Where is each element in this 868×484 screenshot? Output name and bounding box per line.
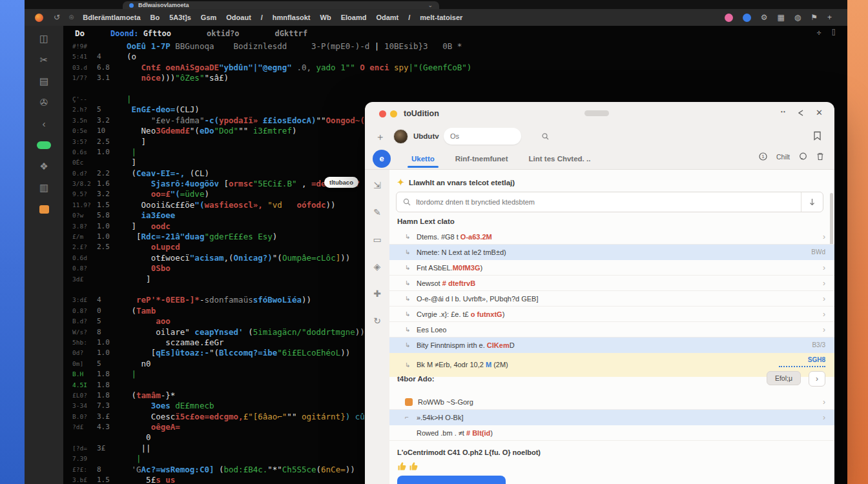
chevron-right-icon[interactable]: › [823, 310, 825, 319]
window-tab[interactable]: Lint tes Chvted. .. [529, 155, 591, 163]
expand-arrow-icon[interactable]: ↳ [405, 341, 417, 348]
list-item[interactable]: ↳Bity Finntnispm irth e. ClKemDB3/3 [389, 338, 834, 353]
target-icon[interactable]: ⌾ [69, 13, 74, 22]
cursor-icon[interactable]: ⇲ [373, 180, 381, 190]
list-item[interactable]: ↳Newsot # dteftrvB› [389, 276, 834, 291]
chat-icon[interactable] [799, 152, 807, 161]
menu-item[interactable]: hmnflasokt [273, 14, 311, 21]
window-tab[interactable]: Rinf-tnemfunet [455, 155, 508, 163]
expand-arrow-icon[interactable]: ↳ [405, 361, 417, 368]
expand-arrow-icon[interactable]: ↳ [405, 295, 417, 302]
thumbs-up-icon[interactable] [397, 461, 407, 471]
avatar[interactable] [393, 129, 408, 144]
list-item[interactable]: Rowed .bm . ≠t # Blt(id) [389, 425, 834, 441]
menu-item[interactable]: / [261, 14, 263, 21]
section-2-next-button[interactable]: › [809, 371, 825, 387]
editor-tab[interactable]: Doond: Gfttoo [110, 29, 171, 38]
list-item[interactable]: ↳O-e-@ái d l b. Uvrbft», PUbqh?d GEB]› [389, 291, 834, 307]
menu-item[interactable]: Wb [320, 14, 331, 21]
editor-tab[interactable]: dGkttrf [275, 29, 308, 38]
chevron-right-icon[interactable]: › [823, 325, 825, 334]
orange-badge-icon[interactable] [39, 205, 49, 214]
panel-search-input[interactable] [411, 198, 801, 206]
chevron-left-icon[interactable]: ‹ [43, 117, 46, 130]
add-icon[interactable]: ＋ [375, 131, 385, 143]
list-item[interactable]: ⌐».54k>H O-Bk]› [389, 410, 834, 425]
section-2-pill-button[interactable]: Efol;μ [767, 371, 801, 385]
menu-item[interactable]: Odoaut [226, 14, 251, 21]
chevron-right-icon[interactable]: › [823, 232, 825, 241]
list-item[interactable]: RoWWb ~S-Gorg› [389, 394, 834, 410]
notes-icon[interactable]: ▤ [39, 75, 48, 88]
add-icon[interactable]: ✚ [373, 288, 381, 299]
expand-arrow-icon[interactable]: ↳ [405, 310, 417, 318]
frame-icon[interactable]: ▭ [373, 234, 381, 245]
expand-arrow-icon[interactable]: ↳ [405, 248, 417, 256]
chevron-down-icon[interactable]: ⌄ [428, 3, 433, 8]
list-item[interactable]: ↳Nmete: N Lext at le2 tmB±d)BWd [389, 245, 834, 260]
expand-arrow-icon[interactable]: ↳ [405, 279, 417, 287]
trash-icon[interactable] [816, 152, 824, 161]
list-item[interactable]: ↳Fnt ASbEL.M0fM3G)› [389, 260, 834, 276]
gear-icon[interactable]: ⚙ [761, 14, 768, 21]
window-tab[interactable]: Uketto [411, 155, 435, 163]
menu-item[interactable]: Eloamd [341, 14, 367, 21]
editor-tab[interactable]: oktid?o [207, 29, 240, 38]
panel-search[interactable] [396, 192, 823, 212]
editor-action-icon[interactable]: ⌷ [831, 28, 836, 37]
chevron-right-icon[interactable]: › [823, 294, 825, 303]
menu-item[interactable]: Bdlerämtlamoeta [83, 14, 140, 21]
editor-action-icon[interactable]: ✢ [817, 28, 822, 37]
tab-grab-handle[interactable] [584, 110, 609, 116]
shield-icon[interactable]: ◍ [794, 14, 801, 21]
loop-icon[interactable]: ↻ [373, 316, 381, 326]
thumbs-up-icon[interactable] [409, 461, 418, 471]
tool-icon[interactable]: ✇ [40, 96, 48, 109]
layers-icon[interactable]: ▥ [39, 181, 48, 194]
flag-icon[interactable]: ⚑ [811, 14, 818, 21]
scissors-icon[interactable]: ✂ [40, 54, 48, 66]
files-icon[interactable]: ◫ [39, 32, 48, 45]
grid-icon[interactable]: ▦ [777, 14, 784, 21]
pink-app-icon[interactable] [725, 14, 733, 22]
list-item[interactable]: ↳Ees Loeo› [389, 322, 834, 338]
collapse-icon[interactable]: ⌐ [405, 414, 417, 421]
menu-item[interactable]: Gsm [201, 14, 216, 21]
info-label[interactable]: Chilt [776, 153, 790, 161]
primary-cta-button[interactable] [397, 476, 506, 484]
menu-item[interactable]: 5A3t]s [169, 14, 191, 21]
more-icon[interactable]: ⠒ [780, 108, 787, 118]
app-logo-icon[interactable] [35, 14, 43, 22]
plus-icon[interactable]: + [827, 14, 832, 21]
edit-icon[interactable]: ✎ [373, 207, 381, 217]
close-traffic-light[interactable] [379, 110, 386, 117]
menu-item[interactable]: Bo [150, 14, 160, 21]
expand-arrow-icon[interactable]: ↳ [405, 326, 417, 333]
expand-arrow-icon[interactable]: ↳ [405, 233, 417, 240]
menu-item[interactable]: Odamt [376, 14, 398, 21]
chevron-right-icon[interactable]: › [823, 413, 825, 422]
chevron-right-icon[interactable]: › [823, 279, 825, 288]
quick-search-input[interactable] [450, 132, 542, 140]
list-item[interactable]: ↳Dtems. #G8 t O-a63.2M› [389, 229, 834, 245]
minimize-traffic-light[interactable] [390, 110, 397, 117]
list-item[interactable]: ↳Cvrgie .x}: £e. t£ o futnxtG)› [389, 307, 834, 322]
close-icon[interactable]: ✕ [816, 108, 823, 118]
expand-arrow-icon[interactable]: ↳ [405, 264, 417, 271]
blue-app-icon[interactable] [743, 14, 751, 22]
app-avatar-icon[interactable]: e [373, 150, 391, 168]
green-status-icon[interactable] [37, 141, 51, 149]
history-icon[interactable]: ↺ [54, 13, 60, 22]
menu-item[interactable]: melt-tatoiser [420, 14, 462, 21]
quick-search[interactable] [444, 128, 521, 145]
extension-icon[interactable]: ❖ [39, 160, 48, 173]
browser-tab[interactable]: Bdlwaisovlamoeta ⌄ [123, 1, 439, 9]
chevron-right-icon[interactable]: › [823, 263, 825, 272]
share-icon[interactable] [797, 109, 805, 117]
info-icon[interactable]: 1 [759, 152, 767, 161]
filter-send-button[interactable] [801, 192, 823, 212]
chevron-right-icon[interactable]: › [823, 398, 825, 407]
menu-item[interactable]: / [408, 14, 410, 21]
bookmark-icon[interactable] [813, 131, 822, 141]
component-icon[interactable]: ◈ [374, 261, 381, 272]
